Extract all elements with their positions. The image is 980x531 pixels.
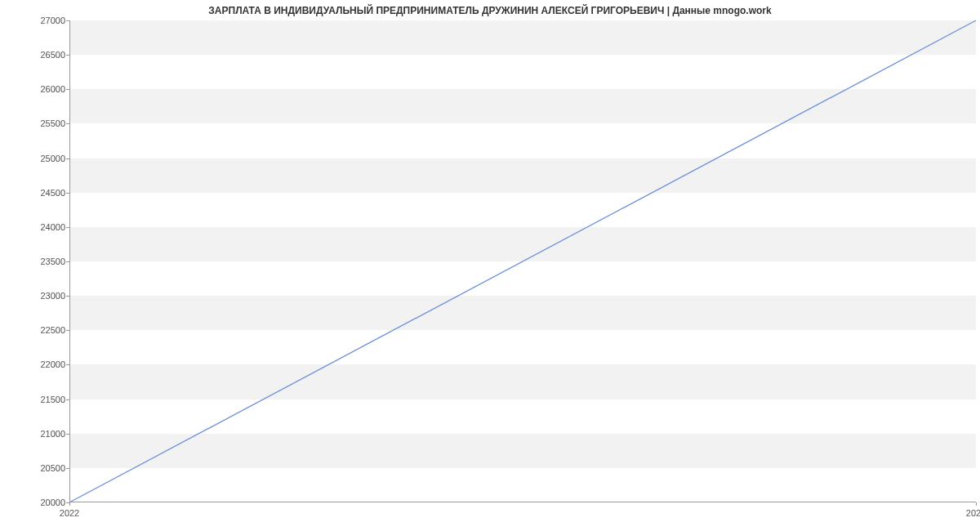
y-tick-label: 20500 [8,463,65,473]
y-tick-label: 25000 [8,154,65,163]
y-tick-label: 26500 [8,50,65,60]
chart-title: ЗАРПЛАТА В ИНДИВИДУАЛЬНЫЙ ПРЕДПРИНИМАТЕЛ… [0,5,980,16]
y-tick-label: 24000 [8,222,65,232]
y-tick-label: 23500 [8,257,65,266]
line-layer [69,20,976,502]
chart-container: ЗАРПЛАТА В ИНДИВИДУАЛЬНЫЙ ПРЕДПРИНИМАТЕЛ… [0,0,980,531]
y-tick-label: 25500 [8,118,65,128]
plot-area [69,20,976,502]
y-tick-label: 22000 [8,359,65,369]
y-tick-label: 22500 [8,325,65,335]
y-tick-label: 21000 [8,429,65,439]
x-tick [976,502,977,506]
y-tick-label: 27000 [8,16,65,25]
y-tick-label: 24500 [8,188,65,198]
x-tick [69,502,70,506]
y-tick-label: 20000 [8,498,65,507]
y-tick-label: 21500 [8,395,65,404]
data-line [69,20,976,502]
x-tick-label: 2022 [60,508,79,518]
x-tick-label: 2024 [966,508,980,518]
y-tick-label: 26000 [8,84,65,94]
y-tick-label: 23000 [8,291,65,301]
